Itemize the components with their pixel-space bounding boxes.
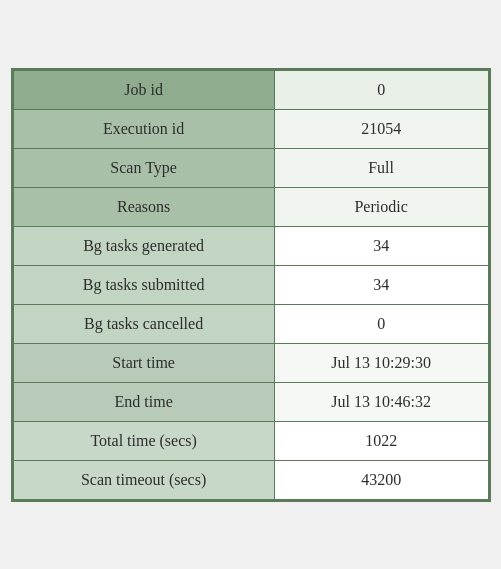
table-row: Bg tasks submitted34 xyxy=(13,265,488,304)
table-row: ReasonsPeriodic xyxy=(13,187,488,226)
row-label: Bg tasks submitted xyxy=(13,265,274,304)
row-label: Reasons xyxy=(13,187,274,226)
table-row: Bg tasks generated34 xyxy=(13,226,488,265)
row-value: Full xyxy=(274,148,488,187)
row-value: Jul 13 10:29:30 xyxy=(274,343,488,382)
table-row: Bg tasks cancelled0 xyxy=(13,304,488,343)
row-label: Total time (secs) xyxy=(13,421,274,460)
row-value: 34 xyxy=(274,265,488,304)
table-row: Job id0 xyxy=(13,70,488,109)
table-row: Execution id21054 xyxy=(13,109,488,148)
table-row: Start timeJul 13 10:29:30 xyxy=(13,343,488,382)
info-table: Job id0Execution id21054Scan TypeFullRea… xyxy=(11,68,491,502)
row-value: 34 xyxy=(274,226,488,265)
table-row: Total time (secs)1022 xyxy=(13,421,488,460)
table-row: End timeJul 13 10:46:32 xyxy=(13,382,488,421)
row-label: Start time xyxy=(13,343,274,382)
row-label: Bg tasks cancelled xyxy=(13,304,274,343)
row-value: 0 xyxy=(274,304,488,343)
table-row: Scan TypeFull xyxy=(13,148,488,187)
row-label: Scan timeout (secs) xyxy=(13,460,274,499)
row-value: 21054 xyxy=(274,109,488,148)
row-label: Execution id xyxy=(13,109,274,148)
row-value: Periodic xyxy=(274,187,488,226)
row-label: Job id xyxy=(13,70,274,109)
row-value: 0 xyxy=(274,70,488,109)
row-label: Bg tasks generated xyxy=(13,226,274,265)
row-label: Scan Type xyxy=(13,148,274,187)
row-value: 1022 xyxy=(274,421,488,460)
row-value: Jul 13 10:46:32 xyxy=(274,382,488,421)
row-value: 43200 xyxy=(274,460,488,499)
table-row: Scan timeout (secs)43200 xyxy=(13,460,488,499)
row-label: End time xyxy=(13,382,274,421)
